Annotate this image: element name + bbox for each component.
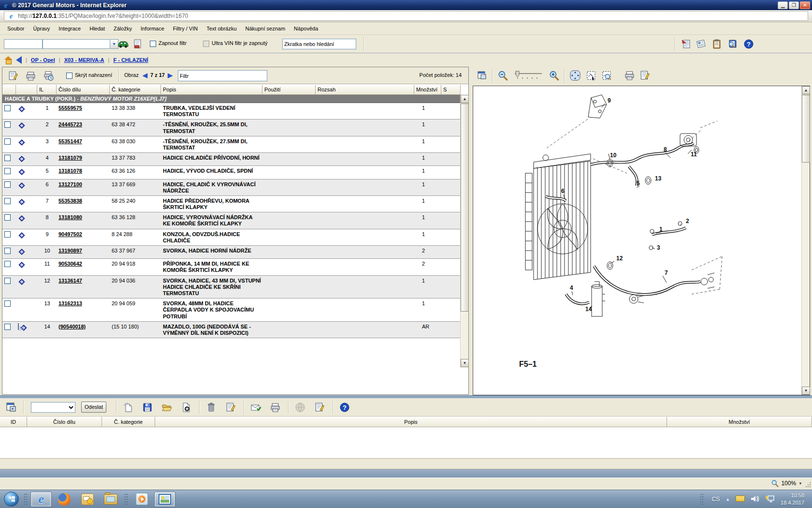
part-number-link[interactable]: 13136147: [58, 278, 82, 284]
column-header[interactable]: Rozsah: [316, 85, 414, 95]
send-button[interactable]: Odeslat: [81, 402, 106, 413]
parts-list-scrollbar[interactable]: ▲ ▼: [460, 95, 468, 367]
scroll-up-icon[interactable]: ▲: [461, 95, 469, 103]
menu-item[interactable]: Záložky: [109, 24, 136, 33]
part-number-link[interactable]: 13181079: [58, 155, 82, 161]
print-preview-icon[interactable]: [42, 69, 56, 83]
table-row[interactable]: 4 13181079 13 37 783 HADICE CHLADIČE PŘÍ…: [2, 153, 461, 166]
prev-image-icon[interactable]: ◀: [143, 72, 147, 79]
part-number-link[interactable]: 90497502: [58, 231, 82, 237]
diagram-viewport[interactable]: 9108111356213127414 F5–1 ▲ ▼: [473, 86, 810, 395]
table-row[interactable]: 8 13181080 63 36 128 HADICE, VYROVNÁVACÍ…: [2, 212, 461, 229]
row-checkbox[interactable]: [4, 105, 11, 111]
save-list-icon[interactable]: [141, 401, 154, 414]
breadcrumb-catalog[interactable]: OP - Opel: [31, 57, 55, 63]
tray-mail-icon[interactable]: [736, 495, 745, 503]
row-checkbox[interactable]: [4, 324, 11, 330]
part-number-link[interactable]: 55559575: [58, 105, 82, 111]
book-icon[interactable]: [18, 198, 26, 207]
row-checkbox[interactable]: [4, 248, 11, 254]
diagram-callout[interactable]: 4: [570, 284, 573, 291]
part-number-link[interactable]: 90530642: [58, 261, 82, 267]
menu-item[interactable]: Nákupní seznam: [241, 24, 290, 33]
diagram-callout[interactable]: 9: [608, 97, 611, 104]
taskbar-explorer[interactable]: [100, 492, 121, 507]
part-number-link[interactable]: 13181080: [58, 214, 82, 220]
diagram-callout[interactable]: 2: [686, 218, 689, 224]
minimize-button[interactable]: ▁: [778, 1, 788, 9]
image-notes-icon[interactable]: [639, 70, 650, 82]
column-header[interactable]: Použití: [262, 85, 316, 95]
breadcrumb-model[interactable]: X03 - MERIVA-A: [64, 57, 104, 63]
row-checkbox[interactable]: [4, 278, 11, 284]
table-row[interactable]: 1 55559575 13 38 338 TRUBKA, VEDLEJŠÍ VE…: [2, 103, 461, 120]
column-header[interactable]: Popis: [161, 85, 262, 95]
diagram-callout[interactable]: 8: [664, 146, 667, 153]
vehicle-filter-icon[interactable]: [117, 38, 130, 50]
list-filter-input[interactable]: [178, 70, 267, 81]
notes-icon[interactable]: [313, 401, 326, 414]
table-row[interactable]: 5 13181078 63 36 126 HADICE, VÝVOD CHLAD…: [2, 166, 461, 179]
maximize-button[interactable]: ❐: [789, 1, 799, 9]
tray-volume-icon[interactable]: [751, 495, 759, 504]
send-mail-icon[interactable]: [249, 401, 262, 414]
next-image-icon[interactable]: ▶: [168, 72, 173, 79]
menu-item[interactable]: Informace: [136, 24, 169, 33]
print-image-icon[interactable]: [624, 71, 635, 82]
row-checkbox[interactable]: [4, 168, 11, 174]
book-icon[interactable]: [18, 278, 26, 287]
book-icon[interactable]: [18, 181, 26, 191]
help-icon[interactable]: ?: [338, 401, 351, 414]
diagram-callout[interactable]: 5: [637, 180, 640, 187]
tray-expand-icon[interactable]: ▲: [725, 497, 730, 502]
row-checkbox[interactable]: [4, 214, 11, 221]
row-checkbox[interactable]: [4, 155, 11, 161]
diagram-scrollbar[interactable]: ▲ ▼: [801, 86, 810, 395]
help-icon[interactable]: ?: [742, 38, 755, 50]
zoom-out-icon[interactable]: [497, 70, 508, 82]
part-number-link[interactable]: 24445723: [58, 121, 82, 127]
menu-item[interactable]: Nápověda: [290, 24, 322, 33]
image-select-icon[interactable]: [586, 70, 596, 82]
vehicle-combo-input[interactable]: [43, 39, 110, 49]
home-icon[interactable]: [4, 56, 12, 63]
table-row[interactable]: 10 13190897 63 37 967 SVORKA, HADICE HOR…: [2, 246, 461, 259]
diagram-callout[interactable]: 11: [691, 151, 697, 158]
table-row[interactable]: 13 13162313 20 94 059 SVORKA, 48MM DI, H…: [2, 299, 461, 322]
language-indicator[interactable]: CS: [711, 496, 720, 503]
scroll-down-icon[interactable]: ▼: [461, 359, 469, 367]
scroll-down-icon[interactable]: ▼: [802, 387, 810, 395]
scroll-thumb[interactable]: [461, 104, 469, 312]
code-input[interactable]: [4, 39, 43, 49]
zoom-control[interactable]: 100% ▼: [771, 479, 802, 487]
panel-icon[interactable]: [5, 401, 17, 414]
table-row[interactable]: 6 13127100 13 37 669 HADICE, CHLADIČ K V…: [2, 179, 461, 196]
book-icon[interactable]: [18, 105, 26, 114]
row-checkbox[interactable]: [4, 121, 11, 128]
part-number-link[interactable]: (90540018): [58, 324, 86, 329]
catalog-search-icon[interactable]: [726, 38, 739, 50]
diagram-callout[interactable]: 6: [561, 188, 565, 194]
print-list-icon[interactable]: [269, 401, 281, 414]
diagram-callout[interactable]: 14: [585, 306, 592, 313]
column-header[interactable]: Č. kategorie: [110, 85, 161, 95]
taskbar-ie[interactable]: e: [30, 492, 52, 507]
diagram-callout[interactable]: 12: [616, 255, 623, 262]
book-icon[interactable]: [18, 248, 26, 257]
row-checkbox[interactable]: [4, 261, 11, 267]
delete-icon[interactable]: [205, 401, 218, 414]
url-field[interactable]: http://127.0.0.1:351/PQMace/login.fve?&h…: [4, 11, 808, 21]
part-number-link[interactable]: 55353838: [58, 198, 82, 204]
print-icon[interactable]: [24, 69, 37, 83]
book-icon[interactable]: [18, 121, 26, 131]
tray-network-icon[interactable]: [765, 495, 775, 504]
clipboard-icon[interactable]: [710, 38, 723, 50]
book-icon[interactable]: [18, 155, 26, 164]
table-row[interactable]: 12 13136147 20 94 036 SVORKA, HADICE, 43…: [2, 276, 461, 299]
book-icon[interactable]: [18, 261, 26, 270]
menu-item[interactable]: Soubor: [3, 24, 29, 33]
row-checkbox[interactable]: [4, 181, 11, 188]
column-header[interactable]: [16, 85, 37, 95]
column-header[interactable]: Číslo dílu: [57, 85, 110, 95]
part-number-link[interactable]: 13127100: [58, 181, 82, 187]
